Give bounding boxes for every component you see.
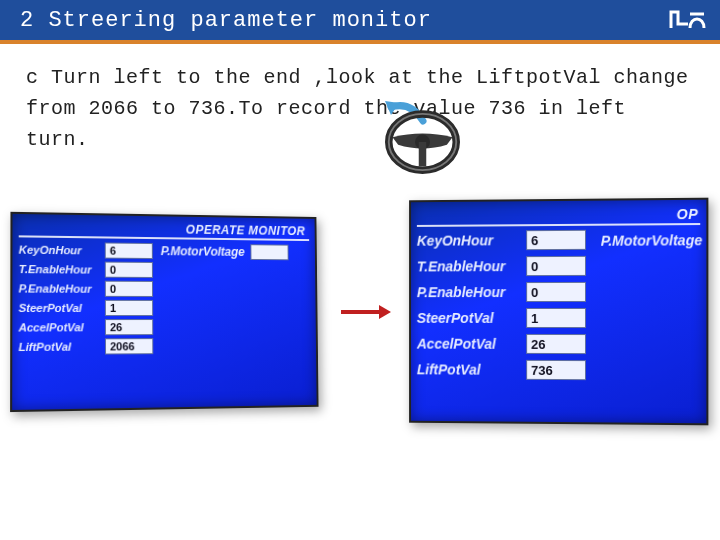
param-row: KeyOnHour 6 [417, 230, 586, 251]
param-value: 1 [105, 300, 153, 316]
page-header: 2 Streering parameter monitor [0, 0, 720, 44]
param-label: SteerPotVal [19, 302, 99, 314]
param-label: T.EnableHour [19, 263, 99, 276]
param-label: P.EnableHour [19, 282, 99, 295]
param-value: 6 [526, 230, 586, 250]
arrow-right-icon [341, 308, 389, 316]
monitor-comparison-row: OPERATE MONITOR KeyOnHour 6 T.EnableHour… [0, 199, 720, 424]
param-label: LiftPotVal [417, 361, 520, 377]
param-row: LiftPotVal 736 [417, 359, 586, 380]
param-row: KeyOnHour 6 [19, 241, 153, 259]
param-row: P.EnableHour 0 [417, 282, 586, 302]
param-value: 1 [526, 308, 586, 328]
steering-wheel-icon [385, 109, 460, 175]
param-value: 0 [105, 262, 153, 278]
param-row: AccelPotVal 26 [19, 319, 154, 336]
param-row: T.EnableHour 0 [19, 261, 153, 278]
param-label: P.EnableHour [417, 284, 520, 300]
param-row: LiftPotVal 2066 [19, 338, 154, 355]
monitor-after: OP KeyOnHour 6 T.EnableHour 0 P.EnableHo… [409, 198, 708, 426]
param-row: SteerPotVal 1 [19, 300, 154, 316]
param-label: T.EnableHour [417, 258, 520, 274]
param-value: 0 [526, 282, 586, 302]
param-row-side: P.MotorVoltage [161, 243, 289, 260]
param-value: 0 [105, 281, 153, 297]
param-label: AccelPotVal [19, 321, 99, 333]
param-row: T.EnableHour 0 [417, 256, 586, 277]
param-row: P.EnableHour 0 [19, 280, 153, 297]
param-label: KeyOnHour [19, 243, 99, 256]
param-row: AccelPotVal 26 [417, 334, 586, 354]
param-label: LiftPotVal [19, 340, 99, 353]
param-value: 26 [526, 334, 586, 354]
param-label: AccelPotVal [417, 336, 520, 352]
param-value-blank [250, 244, 288, 260]
param-value: 736 [526, 360, 586, 380]
brand-logo [666, 6, 706, 34]
param-label: SteerPotVal [417, 310, 520, 326]
page-title: 2 Streering parameter monitor [20, 8, 432, 33]
monitor-before: OPERATE MONITOR KeyOnHour 6 T.EnableHour… [10, 212, 318, 412]
param-label: P.MotorVoltage [601, 232, 703, 249]
param-row: SteerPotVal 1 [417, 308, 586, 328]
param-label: KeyOnHour [417, 232, 520, 248]
param-value: 6 [105, 242, 153, 259]
param-value: 2066 [105, 338, 153, 354]
svg-rect-5 [418, 142, 426, 166]
param-value: 0 [526, 256, 586, 276]
monitor-title: OPERATE MONITOR [186, 223, 306, 238]
param-value: 26 [105, 319, 153, 335]
monitor-title-partial: OP [677, 206, 699, 222]
param-label: P.MotorVoltage [161, 244, 245, 259]
